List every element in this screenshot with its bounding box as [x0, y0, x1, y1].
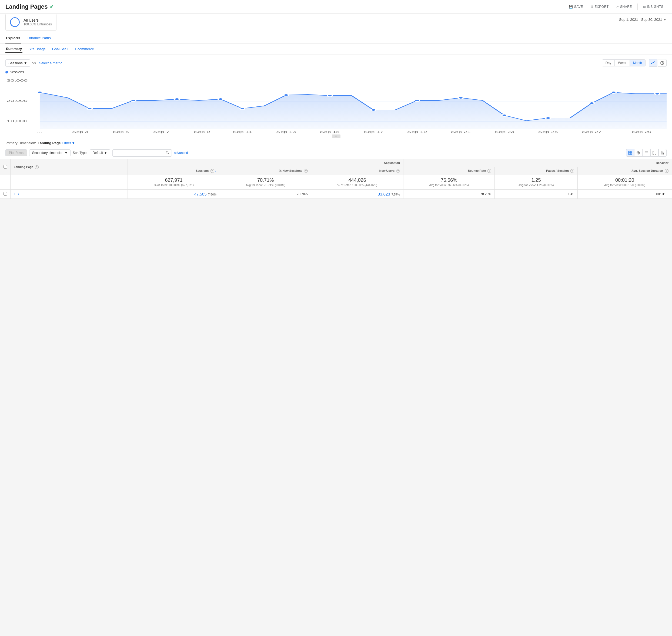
segment-icon [10, 17, 20, 27]
bounce-rate-help[interactable]: ? [487, 169, 491, 173]
data-table-wrapper: Landing Page ? Acquisition Behavior Sess… [0, 159, 672, 199]
save-icon: 💾 [569, 5, 573, 8]
sec-dim-arrow: ▼ [64, 151, 68, 155]
segment-info: All Users 100.00% Entrances [23, 18, 52, 26]
behavior-header: Behavior [403, 159, 672, 167]
header-actions: 💾 SAVE ⬇ EXPORT ↗ SHARE ◎ INSIGHTS [565, 3, 667, 10]
svg-rect-42 [629, 151, 630, 153]
date-range-selector[interactable]: Sep 1, 2021 - Sep 30, 2021 ▼ [619, 14, 667, 22]
sparkline-icon [661, 151, 665, 155]
svg-point-19 [458, 97, 463, 99]
sort-type-dropdown[interactable]: Default ▼ [90, 150, 110, 156]
svg-text:10,000: 10,000 [7, 119, 28, 123]
sort-arrow: ▼ [104, 151, 107, 155]
svg-text:Sep 29: Sep 29 [632, 131, 651, 134]
svg-point-11 [131, 99, 136, 102]
landing-page-help[interactable]: ? [35, 165, 39, 169]
search-button[interactable] [166, 151, 169, 155]
svg-text:Sep 5: Sep 5 [113, 131, 129, 134]
search-input[interactable] [115, 151, 166, 155]
pages-session-help[interactable]: ? [571, 169, 574, 173]
segment-name: All Users [23, 18, 52, 22]
sessions-legend: Sessions [5, 70, 667, 74]
svg-text:Sep 21: Sep 21 [451, 131, 471, 134]
legend-dot [5, 71, 8, 74]
save-button[interactable]: 💾 SAVE [565, 3, 586, 10]
time-btn-month[interactable]: Month [630, 60, 645, 66]
sort-type-label: Sort Type: [73, 151, 87, 155]
sparkline-view-btn[interactable] [658, 149, 667, 157]
sub-tab-goal-set[interactable]: Goal Set 1 [52, 45, 69, 53]
segment-card[interactable]: All Users 100.00% Entrances [5, 14, 56, 31]
insights-button[interactable]: ◎ INSIGHTS [640, 3, 667, 10]
chart-view-buttons [649, 59, 667, 67]
avg-dur-help[interactable]: ? [665, 169, 669, 173]
landing-page-header: Landing Page ? [11, 159, 128, 175]
metric-dropdown[interactable]: Sessions ▼ [5, 59, 30, 67]
compare-view-btn[interactable] [650, 149, 658, 157]
svg-point-9 [37, 91, 42, 94]
sessions-col-header[interactable]: Sessions ? ↓ [128, 167, 220, 175]
line-chart-btn[interactable] [649, 59, 657, 67]
pie-view-btn[interactable] [634, 149, 642, 157]
bounce-rate-col-header: Bounce Rate ? [403, 167, 495, 175]
sub-tab-site-usage[interactable]: Site Usage [28, 45, 46, 53]
grid-view-btn[interactable] [626, 149, 634, 157]
total-new-users: 444,026 % of Total: 100.00% (444,026) [311, 175, 403, 190]
svg-text:Sep 27: Sep 27 [582, 131, 601, 134]
pct-new-help[interactable]: ? [304, 169, 308, 173]
checkbox-header [0, 159, 11, 175]
select-all-checkbox[interactable] [3, 165, 7, 168]
svg-point-18 [415, 99, 419, 102]
time-btn-week[interactable]: Week [615, 60, 630, 66]
row-checkbox[interactable] [3, 192, 7, 196]
svg-text:Sep 3: Sep 3 [72, 131, 88, 134]
sub-tab-summary[interactable]: Summary [5, 45, 22, 53]
svg-rect-52 [655, 152, 656, 155]
vs-label: vs. [33, 61, 37, 65]
tab-entrance-paths[interactable]: Entrance Paths [26, 33, 51, 43]
row1-pages-session: 1.45 [495, 190, 578, 199]
segment-date-row: All Users 100.00% Entrances Sep 1, 2021 … [0, 14, 672, 33]
sessions-help[interactable]: ? [211, 169, 214, 173]
tab-explorer[interactable]: Explorer [5, 33, 21, 43]
sub-tabs: Summary Site Usage Goal Set 1 Ecommerce [0, 43, 672, 55]
svg-point-13 [218, 98, 223, 100]
svg-point-47 [638, 152, 639, 153]
svg-point-15 [284, 94, 289, 96]
svg-text:Sep 11: Sep 11 [233, 131, 252, 134]
svg-text:20,000: 20,000 [7, 99, 28, 102]
insights-icon: ◎ [643, 5, 646, 8]
share-button[interactable]: ↗ SHARE [613, 3, 635, 10]
header-divider [637, 3, 638, 10]
pie-chart-btn[interactable] [658, 59, 667, 67]
chart-right-controls: Day Week Month [602, 59, 667, 67]
svg-text:Sep 15: Sep 15 [320, 131, 340, 134]
plot-rows-button[interactable]: Plot Rows [5, 150, 27, 156]
search-icon [166, 151, 169, 155]
select-metric-link[interactable]: Select a metric [39, 61, 62, 65]
total-pages-session: 1.25 Avg for View: 1.25 (0.00%) [495, 175, 578, 190]
svg-rect-54 [662, 152, 662, 155]
row-number: 1 [14, 192, 16, 196]
other-dropdown[interactable]: Other ▼ [62, 141, 75, 145]
total-avg-duration: 00:01:20 Avg for View: 00:01:20 (0.00%) [577, 175, 672, 190]
line-chart-icon [651, 61, 655, 65]
page-url-link[interactable]: / [18, 192, 19, 196]
export-icon: ⬇ [591, 5, 594, 8]
svg-rect-51 [653, 151, 654, 155]
svg-point-14 [240, 107, 245, 110]
advanced-link[interactable]: advanced [174, 151, 188, 155]
new-users-help[interactable]: ? [396, 169, 400, 173]
list-view-btn[interactable] [642, 149, 650, 157]
export-button[interactable]: ⬇ EXPORT [588, 3, 612, 10]
svg-text:…: … [37, 131, 43, 134]
row1-sessions: 47,505 7.56% [128, 190, 220, 199]
secondary-dimension-dropdown[interactable]: Secondary dimension ▼ [29, 150, 71, 156]
time-btn-day[interactable]: Day [602, 60, 615, 66]
data-table: Landing Page ? Acquisition Behavior Sess… [0, 159, 672, 199]
metric-selector: Sessions ▼ vs. Select a metric [5, 59, 62, 67]
sub-tab-ecommerce[interactable]: Ecommerce [75, 45, 94, 53]
main-tabs: Explorer Entrance Paths [0, 33, 672, 43]
primary-dim-value: Landing Page [38, 141, 60, 145]
